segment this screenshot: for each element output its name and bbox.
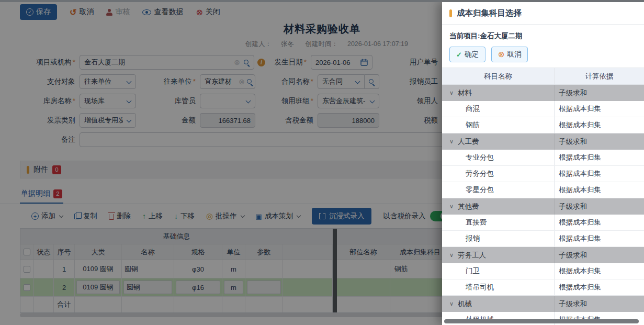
cancel-button[interactable]: 取消: [70, 7, 94, 17]
cell-param[interactable]: [245, 260, 283, 278]
view-data-button[interactable]: 查看数据: [142, 7, 183, 17]
edit-cell[interactable]: 0109 圆钢: [76, 281, 120, 294]
cell-cost-subject[interactable]: 钢筋: [390, 260, 450, 278]
confirm-button[interactable]: 确定: [449, 47, 485, 62]
edit-cell[interactable]: [247, 281, 281, 294]
cell-cost-subject[interactable]: [390, 278, 450, 296]
plus-circle-icon: [31, 212, 39, 220]
edit-cell[interactable]: m: [224, 281, 243, 294]
row-checkbox[interactable]: [20, 278, 34, 296]
project-input[interactable]: 金石大厦二期: [80, 55, 254, 70]
audit-button[interactable]: 审核: [106, 7, 130, 17]
add-button[interactable]: 添加: [31, 211, 63, 221]
search-icon[interactable]: [244, 60, 248, 64]
grid-column-header: 状态 序号 大类 名称 规格 单位 参数 部位名称 成本归集科目: [20, 244, 454, 260]
cell-part-name[interactable]: [337, 260, 390, 278]
subject-row-group[interactable]: 材料 子级求和: [442, 85, 644, 101]
group-header-empty: [337, 229, 450, 244]
contract-search-button[interactable]: [365, 74, 379, 89]
copy-button[interactable]: 复制: [74, 211, 97, 221]
cell-name[interactable]: 圆钢: [122, 260, 174, 278]
col-param: 参数: [245, 244, 283, 260]
chevron-down-icon[interactable]: [449, 203, 454, 210]
warehouse-value: 现场库: [84, 96, 123, 106]
subject-basis: 子级求和: [555, 198, 644, 215]
select-all-checkbox[interactable]: [20, 244, 34, 260]
subject-row[interactable]: 专业分包 根据成本归集: [442, 150, 644, 166]
date-input[interactable]: 2026-01-06: [311, 55, 372, 70]
subject-row[interactable]: 门卫 根据成本归集: [442, 263, 644, 279]
delete-button[interactable]: 删除: [109, 211, 131, 221]
subject-row-group[interactable]: 机械 子级求和: [442, 296, 644, 312]
tax-incl-input: 188000: [318, 113, 379, 128]
cell-category[interactable]: 0109 圆钢: [75, 278, 122, 296]
chevron-down-icon[interactable]: [449, 138, 454, 145]
table-total-row: 合计: [20, 297, 454, 312]
contract-select[interactable]: 无合同: [318, 74, 365, 89]
warehouse-select[interactable]: 现场库: [80, 94, 136, 108]
edit-cell[interactable]: 圆钢: [123, 281, 172, 294]
vertical-scrollbar[interactable]: [333, 229, 337, 312]
pay-target-select[interactable]: 往来单位: [80, 74, 136, 89]
chevron-down-icon[interactable]: [449, 89, 454, 96]
edit-cell[interactable]: φ16: [176, 281, 220, 294]
chevron-down-icon[interactable]: [449, 252, 454, 259]
chevron-down-icon[interactable]: [449, 300, 454, 307]
batch-operate-button[interactable]: 批操作: [206, 211, 244, 221]
counterpart-input[interactable]: 宜东建材: [200, 74, 255, 89]
subject-row[interactable]: 钢筋 根据成本归集: [442, 117, 644, 133]
move-down-button[interactable]: 下移: [174, 211, 195, 221]
horizontal-scrollbar[interactable]: [20, 313, 454, 317]
panel-header: 成本归集科目选择: [442, 2, 644, 25]
subject-row[interactable]: 直接费 根据成本归集: [442, 215, 644, 231]
calendar-icon[interactable]: [360, 59, 368, 66]
clear-icon[interactable]: [239, 77, 245, 86]
checkbox[interactable]: [24, 284, 30, 291]
info-icon[interactable]: [257, 59, 265, 66]
cost-plan-label: 成本策划: [265, 211, 293, 221]
panel-cancel-button[interactable]: 取消: [491, 47, 528, 62]
subject-row[interactable]: 报销 根据成本归集: [442, 231, 644, 247]
subject-row[interactable]: 商混 根据成本归集: [442, 101, 644, 117]
cell-part-name[interactable]: [337, 278, 390, 296]
subject-basis: 根据成本归集: [555, 279, 644, 295]
tab-detail[interactable]: 单据明细 2: [20, 186, 63, 204]
checkbox[interactable]: [24, 266, 30, 273]
clear-icon[interactable]: [234, 58, 240, 66]
subject-row[interactable]: 劳务分包 根据成本归集: [442, 166, 644, 182]
cell-param[interactable]: [245, 278, 283, 296]
cell-spec[interactable]: φ30: [174, 260, 222, 278]
table-row-selected[interactable]: 2 0109 圆钢 圆钢 φ16 m: [20, 278, 454, 297]
subject-row-group[interactable]: 其他费 子级求和: [442, 198, 644, 215]
invoice-type-select[interactable]: 增值税专用发票: [80, 113, 136, 128]
form-row-1: 项目或机构* 金石大厦二期 发生日期* 2026-01-06: [0, 55, 442, 70]
cell-spec[interactable]: φ16: [174, 278, 222, 296]
table-row[interactable]: 1 0109 圆钢 圆钢 φ30 m 钢筋: [20, 260, 454, 278]
close-button[interactable]: 关闭: [196, 7, 220, 17]
row-checkbox[interactable]: [20, 260, 34, 278]
checkbox[interactable]: [24, 249, 30, 255]
move-up-button[interactable]: 上移: [142, 211, 163, 221]
cell-name[interactable]: 圆钢: [122, 278, 174, 296]
subject-basis: 子级求和: [555, 247, 644, 263]
save-button[interactable]: 保存: [20, 4, 57, 20]
subject-row-group[interactable]: 人工费 子级求和: [442, 133, 644, 150]
required-mark: *: [311, 77, 313, 85]
form-row-5: 备注: [0, 132, 442, 147]
cell-unit[interactable]: m: [222, 278, 245, 296]
subject-row-group[interactable]: 劳务工人 子级求和: [442, 247, 644, 263]
immersive-entry-button[interactable]: 沉浸式录入: [312, 208, 372, 225]
counterpart-value: 宜东建材: [205, 77, 238, 86]
panel-horizontal-scrollbar[interactable]: [444, 319, 639, 323]
view-data-label: 查看数据: [154, 7, 183, 17]
subject-row[interactable]: 塔吊司机 根据成本归集: [442, 279, 644, 296]
keeper-select[interactable]: [200, 94, 255, 108]
cost-plan-button[interactable]: 成本策划: [256, 211, 300, 221]
cell-category[interactable]: 0109 圆钢: [75, 260, 122, 278]
team-select[interactable]: 东营金辰建筑-: [318, 94, 379, 108]
subject-row[interactable]: 零星分包 根据成本归集: [442, 182, 644, 198]
keeper-label: 库管员: [136, 96, 200, 106]
cell-empty: [174, 297, 222, 312]
cell-unit[interactable]: m: [222, 260, 245, 278]
search-icon[interactable]: [247, 79, 252, 84]
